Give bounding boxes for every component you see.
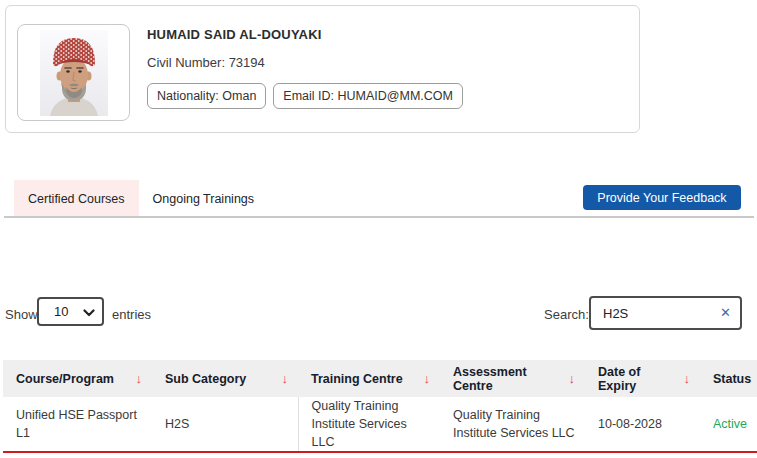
email-badge: Email ID: HUMAID@MM.COM [273, 83, 463, 109]
search-input[interactable] [591, 298, 740, 328]
entries-label: entries [112, 307, 151, 322]
header-sub-category[interactable]: Sub Category ↓ [152, 360, 298, 397]
header-course-program[interactable]: Course/Program ↓ [3, 360, 152, 397]
nationality-badge: Nationality: Oman [147, 83, 266, 109]
tab-bar: Certified Courses Ongoing Trainings [14, 180, 268, 217]
entries-select[interactable]: 10 [37, 297, 104, 326]
tab-divider [4, 216, 754, 218]
sort-desc-icon[interactable]: ↓ [136, 371, 143, 386]
civil-number-label: Civil Number: [147, 55, 225, 70]
profile-photo [17, 24, 130, 121]
sort-desc-icon[interactable]: ↓ [684, 371, 691, 386]
clear-search-icon[interactable]: ✕ [720, 305, 731, 321]
chevron-down-icon [83, 309, 95, 317]
cell-course-program: Unified HSE Passport L1 [3, 397, 152, 452]
header-date-of-expiry[interactable]: Date of Expiry ↓ [585, 360, 700, 397]
header-status[interactable]: Status [700, 360, 757, 397]
tab-certified-courses[interactable]: Certified Courses [14, 180, 139, 217]
entries-select-value: 10 [54, 304, 68, 319]
portrait-photo-image [40, 30, 108, 116]
table-header-row: Course/Program ↓ Sub Category ↓ Training… [3, 360, 757, 397]
civil-number-value: 73194 [229, 55, 265, 70]
search-box: ✕ [589, 296, 742, 330]
table-row: Unified HSE Passport L1 H2S Quality Trai… [3, 397, 757, 452]
cell-training-centre: Quality Training Institute Services LLC [298, 397, 440, 452]
sort-desc-icon[interactable]: ↓ [282, 371, 289, 386]
cell-date-of-expiry: 10-08-2028 [585, 397, 700, 452]
table-controls: Show 10 entries Search: ✕ [0, 290, 757, 335]
profile-name: HUMAID SAID AL-DOUYAKI [147, 27, 463, 42]
search-label: Search: [544, 307, 589, 322]
header-training-centre[interactable]: Training Centre ↓ [298, 360, 440, 397]
tab-ongoing-trainings[interactable]: Ongoing Trainings [139, 180, 268, 217]
profile-card: HUMAID SAID AL-DOUYAKI Civil Number: 731… [5, 5, 640, 133]
cell-assessment-centre: Quality Training Institute Services LLC [440, 397, 585, 452]
provide-feedback-button[interactable]: Provide Your Feedback [583, 185, 741, 210]
sort-desc-icon[interactable]: ↓ [569, 371, 576, 386]
header-assessment-centre[interactable]: Assessment Centre ↓ [440, 360, 585, 397]
certified-courses-table: Course/Program ↓ Sub Category ↓ Training… [3, 360, 757, 453]
sort-desc-icon[interactable]: ↓ [424, 371, 431, 386]
status-badge: Active [700, 397, 757, 452]
cell-sub-category: H2S [152, 397, 298, 452]
civil-number: Civil Number: 73194 [147, 55, 463, 70]
show-label: Show [5, 307, 38, 322]
